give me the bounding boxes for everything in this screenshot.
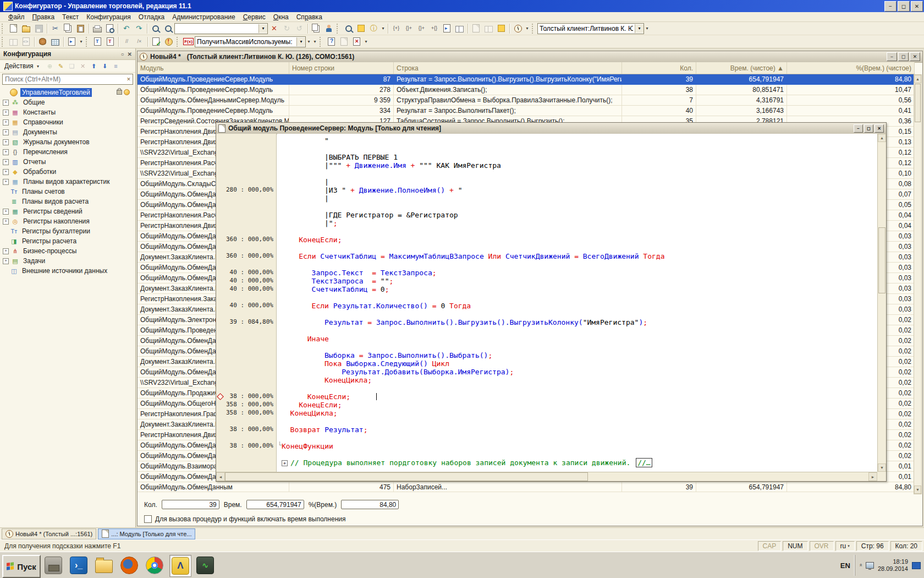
menu-item-file[interactable]: Файл xyxy=(4,13,29,21)
dropdown-arrow-icon[interactable]: ▾ xyxy=(524,23,530,34)
split-window-button[interactable] xyxy=(453,23,466,34)
breakpoint-margin[interactable] xyxy=(216,134,224,472)
column-header[interactable]: Модуль xyxy=(138,62,289,74)
clipboard-history-button[interactable] xyxy=(310,23,322,34)
collapsed-comment-box[interactable]: //… xyxy=(636,458,652,467)
redo-button[interactable]: ↷ xyxy=(133,23,145,34)
column-header[interactable]: Строка xyxy=(394,62,622,74)
find-in-document-button[interactable] xyxy=(149,23,162,34)
table-row[interactable]: ОбщийМодуль.ПроведениеСервер.Модуль278Об… xyxy=(138,85,915,95)
sidebar-item-document-journals[interactable]: +▧Журналы документов xyxy=(0,137,135,147)
editor-horizontal-scrollbar[interactable]: ◄ ► xyxy=(216,472,877,481)
global-search-button[interactable] xyxy=(162,23,174,34)
procedure-end-button[interactable]: +{} xyxy=(428,23,441,34)
goto-definition-button[interactable] xyxy=(441,23,453,34)
scroll-thumb[interactable] xyxy=(915,84,921,122)
start-button[interactable]: Пуск xyxy=(2,555,41,578)
expand-icon[interactable]: + xyxy=(3,258,9,264)
find-help-button[interactable] xyxy=(342,23,355,34)
clear-search-button[interactable]: ✕ xyxy=(268,23,280,34)
expand-icon[interactable]: + xyxy=(3,100,9,106)
debug-context-combo-arrow-icon[interactable]: ▾ xyxy=(635,24,644,33)
expand-icon[interactable]: + xyxy=(3,149,9,155)
sidebar-item-charts-of-calculation-types[interactable]: ≣Планы видов расчета xyxy=(0,197,135,206)
menu-item-administration[interactable]: Администрирование xyxy=(168,13,239,21)
module-stub-button[interactable] xyxy=(338,36,350,47)
expand-icon[interactable]: + xyxy=(3,139,9,145)
spreadsheet-button[interactable] xyxy=(49,36,62,47)
tab-profiler[interactable]: Новый4 * (Толстый ...:1561) xyxy=(2,528,96,539)
syntax-assistant-button[interactable] xyxy=(322,23,335,34)
menu-item-edit[interactable]: Правка xyxy=(29,13,59,21)
search-combo-input[interactable] xyxy=(175,25,258,32)
column-header[interactable]: %(Врем.) (чистое) xyxy=(787,62,915,74)
expand-icon[interactable]: + xyxy=(3,248,9,254)
table-scrollbar[interactable]: ▲▼ xyxy=(914,74,922,494)
spelling-button[interactable] xyxy=(162,36,175,47)
module-editor-restore-button[interactable]: ◻ xyxy=(864,124,873,133)
move-up-button[interactable]: ⬆ xyxy=(90,61,98,72)
dropdown-arrow-icon[interactable]: ▾ xyxy=(363,36,369,47)
text-template-button[interactable] xyxy=(91,36,104,47)
performance-monitor-shortcut[interactable]: ∿ xyxy=(195,555,216,576)
menu-item-help[interactable]: Справка xyxy=(293,13,326,21)
procedure-combo-input[interactable] xyxy=(195,38,296,46)
app-close-button[interactable]: ✕ xyxy=(911,1,923,12)
table-footer-row[interactable]: ОбщийМодуль.ОбменДанным475НаборЗаписей..… xyxy=(138,482,915,492)
undo-button[interactable]: ↶ xyxy=(120,23,133,34)
text-template-alt-button[interactable] xyxy=(104,36,117,47)
procedure-combo-arrow-icon[interactable]: ▾ xyxy=(296,37,305,46)
sidebar-item-information-registers[interactable]: +▦Регистры сведений xyxy=(0,206,135,216)
procedure-combo[interactable]: ▾ xyxy=(195,36,306,47)
search-combo-arrow-icon[interactable]: ▾ xyxy=(258,24,267,33)
move-down-button[interactable]: ⬇ xyxy=(101,61,109,72)
percent-field[interactable]: 84,80 xyxy=(341,500,399,509)
print-button[interactable] xyxy=(91,23,103,34)
performance-window-close-button[interactable]: ✕ xyxy=(910,52,920,61)
delete-button[interactable]: ✕ xyxy=(79,61,87,72)
dropdown-arrow-icon[interactable]: ▾ xyxy=(644,23,650,34)
cut-button[interactable]: ✂ xyxy=(49,23,62,34)
scroll-up-icon[interactable]: ▲ xyxy=(914,75,921,83)
dropdown-arrow-icon[interactable]: ▾ xyxy=(78,36,84,47)
expand-icon[interactable]: + xyxy=(3,219,9,225)
scroll-down-icon[interactable]: ▼ xyxy=(914,486,921,494)
compare-windows-button[interactable] xyxy=(7,36,20,47)
xml-document-button[interactable] xyxy=(20,36,32,47)
app-minimize-button[interactable]: − xyxy=(884,1,897,12)
performance-window-restore-button[interactable]: ◻ xyxy=(898,52,909,61)
chrome-shortcut[interactable] xyxy=(144,555,165,576)
stub-document-button[interactable] xyxy=(470,23,482,34)
sticky-note-button[interactable] xyxy=(495,23,508,34)
paste-button[interactable] xyxy=(74,23,87,34)
sidebar-item-documents[interactable]: +▤Документы xyxy=(0,127,135,137)
code-area[interactable]: "|ВЫБРАТЬ ПЕРВЫЕ 1|""" + Движение.Имя + … xyxy=(277,134,877,472)
copy-button[interactable]: ❏ xyxy=(68,61,76,72)
expand-icon[interactable]: + xyxy=(3,169,9,175)
new-document-button[interactable] xyxy=(7,23,20,34)
caps-indicator[interactable]: CAP xyxy=(758,541,782,551)
sidebar-item-tasks[interactable]: +▤Задачи xyxy=(0,256,135,266)
search-combo[interactable]: ▾ xyxy=(174,23,268,34)
tray-chevron-icon[interactable]: » xyxy=(858,564,864,566)
count-field[interactable]: 39 xyxy=(162,500,219,509)
sidebar-item-accumulation-registers[interactable]: +◎Регистры накопления xyxy=(0,216,135,226)
search-again-button[interactable]: ↻ xyxy=(280,23,293,34)
expand-icon[interactable]: + xyxy=(3,209,9,215)
tab-module[interactable]: ...: Модуль [Только для чте... xyxy=(98,528,195,539)
search-input[interactable] xyxy=(3,75,125,83)
sidebar-item-enumerations[interactable]: +{}Перечисления xyxy=(0,147,135,157)
menu-item-service[interactable]: Сервис xyxy=(239,13,270,21)
sidebar-item-data-processors[interactable]: +◆Обработки xyxy=(0,167,135,177)
system-tools-shortcut[interactable] xyxy=(43,555,64,576)
goto-prev-procedure-button[interactable]: {+} xyxy=(390,23,403,34)
sidebar-item-reports[interactable]: +▥Отчеты xyxy=(0,157,135,167)
copy-button[interactable] xyxy=(62,23,74,34)
sidebar-item-external-data-sources[interactable]: ◫Внешние источники данных xyxy=(0,266,135,276)
tree-search[interactable]: ✕ xyxy=(2,74,133,85)
taskbar-language[interactable]: EN xyxy=(840,561,850,570)
menu-item-configuration[interactable]: Конфигурация xyxy=(82,13,135,21)
menu-item-text[interactable]: Текст xyxy=(58,13,82,21)
sidebar-item-charts-of-accounts[interactable]: ТтПланы счетов xyxy=(0,187,135,197)
powershell-shortcut[interactable]: ›_ xyxy=(68,555,89,576)
